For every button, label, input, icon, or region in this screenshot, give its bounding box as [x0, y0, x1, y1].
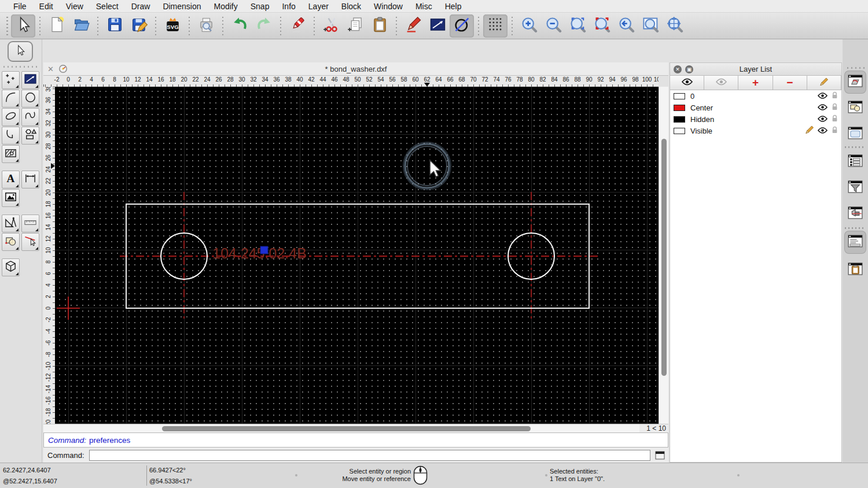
layer-lock-icon[interactable] [832, 126, 838, 135]
toolbar-separator [478, 17, 479, 35]
drawing-text-entity[interactable]: 104.245.02.4B [212, 245, 307, 261]
zoom-previous-button[interactable] [614, 14, 638, 38]
entity-list-dock-button[interactable] [845, 151, 866, 173]
circle-tool-button[interactable] [21, 90, 39, 108]
arc-tool-button[interactable] [2, 90, 20, 108]
measure-tool-button[interactable] [2, 215, 20, 232]
points-tool-button[interactable] [2, 71, 20, 89]
remove-layer-button[interactable]: − [773, 76, 807, 90]
delete-eraser-button[interactable] [285, 14, 310, 38]
layer-row-visible[interactable]: Visible [670, 125, 841, 136]
image-tool-button[interactable] [2, 189, 20, 207]
box3d-tool-button[interactable] [2, 258, 20, 276]
layer-visibility-eye-icon[interactable] [818, 115, 827, 124]
zoom-out-button[interactable] [541, 14, 565, 38]
clipboard-dock-button[interactable] [845, 259, 866, 281]
dimension-tool-button[interactable] [21, 171, 39, 188]
menu-layer[interactable]: Layer [302, 2, 335, 11]
hide-all-layers-button[interactable] [704, 76, 738, 90]
menu-block[interactable]: Block [335, 2, 367, 11]
zoom-auto-button[interactable] [565, 14, 590, 38]
command-line-dock-button[interactable] [845, 231, 866, 253]
command-input[interactable] [89, 450, 650, 461]
menu-misc[interactable]: Misc [409, 2, 439, 11]
selection-filter-dock-button[interactable] [845, 177, 866, 199]
undo-button[interactable] [227, 14, 252, 38]
add-layer-button[interactable]: + [738, 76, 773, 90]
menu-view[interactable]: View [60, 2, 90, 11]
v-ruler-label: -6 [45, 341, 52, 346]
line-tool-button[interactable] [425, 14, 450, 38]
library-browser-dock-button[interactable] [845, 123, 866, 145]
text-tool-button[interactable]: A [2, 171, 20, 188]
tool-grid: A [2, 71, 41, 277]
layer-row-center[interactable]: Center [670, 102, 841, 113]
save-button[interactable] [102, 14, 127, 38]
h-ruler-label: 96 [620, 76, 627, 83]
zoom-pan-button[interactable] [663, 14, 687, 38]
toolbar-drag-handle[interactable] [6, 17, 8, 35]
menu-draw[interactable]: Draw [125, 2, 157, 11]
horizontal-scrollbar-thumb[interactable] [162, 426, 531, 431]
hatch-tool-button[interactable] [2, 145, 20, 163]
grid-toggle-button[interactable] [483, 14, 507, 38]
menu-edit[interactable]: Edit [33, 2, 60, 11]
layer-lock-icon[interactable] [832, 103, 838, 112]
vertical-scrollbar-thumb[interactable] [661, 139, 667, 376]
shapes-tool-button[interactable] [21, 127, 39, 145]
layer-lock-icon[interactable] [832, 91, 838, 101]
menu-file[interactable]: File [7, 2, 33, 11]
select-pointer-button[interactable] [8, 41, 33, 62]
ruler-tool-button[interactable] [21, 215, 39, 232]
menu-dimension[interactable]: Dimension [156, 2, 207, 11]
ellipse-tool-button[interactable] [2, 108, 20, 126]
block-list-dock-button[interactable] [845, 97, 866, 119]
draw-pen-button[interactable] [401, 14, 425, 38]
layer-row-0[interactable]: 0 [670, 90, 841, 102]
show-all-layers-button[interactable] [670, 76, 704, 90]
menu-info[interactable]: Info [275, 2, 301, 11]
drawing-canvas[interactable]: 104.245.02.4B [55, 87, 659, 424]
zoom-in-button[interactable] [517, 14, 541, 38]
print-preview-button[interactable] [194, 14, 218, 38]
layer-row-hidden[interactable]: Hidden [670, 113, 841, 125]
circle-line-tool-button[interactable] [450, 14, 474, 38]
paste-button[interactable] [367, 14, 392, 38]
mouse-icon [413, 465, 428, 486]
polyline-tool-button[interactable] [2, 127, 20, 145]
block-tool-button[interactable] [2, 233, 20, 251]
menu-modify[interactable]: Modify [208, 2, 244, 11]
menu-snap[interactable]: Snap [244, 2, 276, 11]
layer-lock-icon[interactable] [832, 114, 838, 124]
document-tab-bar: ✕ * bond_washer.dxf [43, 62, 668, 76]
new-document-button[interactable] [45, 14, 69, 38]
projector-dock-button[interactable] [845, 203, 866, 225]
cut-button[interactable] [319, 14, 343, 38]
menu-window[interactable]: Window [367, 2, 409, 11]
layer-visibility-eye-icon[interactable] [818, 92, 827, 101]
horizontal-scrollbar[interactable] [43, 424, 639, 432]
modify-layer-button[interactable] [807, 76, 841, 90]
redo-button[interactable] [252, 14, 276, 38]
layer-visibility-eye-icon[interactable] [818, 127, 827, 135]
vertical-scrollbar[interactable] [659, 87, 668, 424]
command-dock-icon[interactable] [655, 451, 665, 460]
copy-button[interactable] [343, 14, 367, 38]
layer-visibility-eye-icon[interactable] [818, 103, 827, 112]
zoom-window-button[interactable] [638, 14, 663, 38]
menu-help[interactable]: Help [439, 2, 468, 11]
save-as-button[interactable] [127, 14, 151, 38]
open-file-button[interactable] [69, 14, 93, 38]
modify-tool-button[interactable] [21, 233, 39, 251]
layer-list-dock-button[interactable] [845, 71, 866, 93]
select-arrow-button[interactable] [11, 14, 35, 38]
selection-handle[interactable] [260, 246, 268, 254]
spline-tool-button[interactable] [21, 108, 39, 126]
toolbar-separator [189, 17, 190, 35]
menu-select[interactable]: Select [90, 2, 125, 11]
dock-drag-handle[interactable] [3, 66, 37, 68]
zoom-selected-button[interactable] [590, 14, 614, 38]
left-button-hint: Select entity or region [342, 468, 411, 475]
line-tool-button[interactable] [21, 71, 39, 89]
export-svg-button[interactable]: SVG [160, 14, 185, 38]
